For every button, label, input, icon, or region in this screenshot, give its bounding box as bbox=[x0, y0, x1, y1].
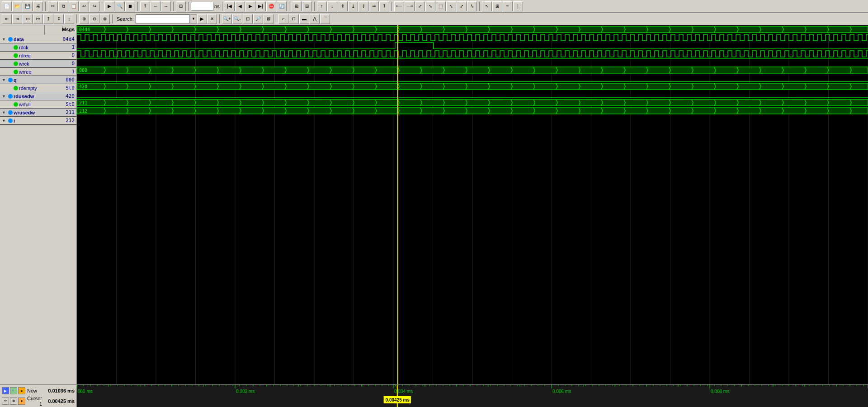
wave-btn1[interactable]: ⤒ bbox=[140, 1, 150, 11]
right-btn5[interactable]: ⬚ bbox=[436, 1, 446, 11]
right-btn2[interactable]: ⟶ bbox=[405, 1, 415, 11]
zoom-in[interactable]: 🔍+ bbox=[222, 14, 232, 24]
zoom-area[interactable]: ⊠ bbox=[264, 14, 274, 24]
zoom-btn1[interactable]: ⊞ bbox=[292, 1, 302, 11]
zoom-out[interactable]: 🔍- bbox=[232, 14, 242, 24]
wave-btn3[interactable]: → bbox=[161, 1, 171, 11]
status-icon-1[interactable]: ▶ bbox=[2, 387, 9, 394]
signal-value-label: 04d4 bbox=[49, 36, 76, 42]
cursor-btn1[interactable]: ↑ bbox=[317, 1, 327, 11]
status-icon-3[interactable]: ● bbox=[18, 387, 25, 394]
indent-btn2[interactable]: ⇥ bbox=[12, 14, 22, 24]
redo-button[interactable]: ↪ bbox=[90, 1, 99, 11]
indent-btn7[interactable]: ↨ bbox=[64, 14, 74, 24]
shape-btn3[interactable]: ▬ bbox=[299, 14, 309, 24]
right-btn4[interactable]: ⤡ bbox=[425, 1, 435, 11]
paste-button[interactable]: 📋 bbox=[69, 1, 79, 11]
open-button[interactable]: 📂 bbox=[12, 1, 22, 11]
nav-btn4[interactable]: ▶| bbox=[256, 1, 266, 11]
expand-icon[interactable]: ▼ bbox=[1, 110, 7, 115]
indent-btn6[interactable]: ↧ bbox=[54, 14, 64, 24]
search-clear[interactable]: ✕ bbox=[207, 14, 217, 24]
cursor-btn3[interactable]: ⇑ bbox=[338, 1, 348, 11]
cut-button[interactable]: ✂ bbox=[48, 1, 58, 11]
time-input[interactable]: 100 bbox=[191, 2, 213, 11]
shape-btn4[interactable]: ⋀ bbox=[310, 14, 320, 24]
search-input[interactable] bbox=[136, 14, 190, 24]
right-btn1[interactable]: ⟵ bbox=[394, 1, 404, 11]
indent-btn1[interactable]: ⇤ bbox=[2, 14, 12, 24]
zoom-btn2[interactable]: ⊟ bbox=[302, 1, 312, 11]
sep-9 bbox=[392, 2, 392, 11]
signal-value-label: 211 bbox=[49, 109, 76, 115]
search-go[interactable]: ▶ bbox=[197, 14, 207, 24]
zoom-fit[interactable]: ⊡ bbox=[243, 14, 253, 24]
time-unit: ns bbox=[214, 4, 220, 9]
status-icon-5[interactable]: ⊗ bbox=[10, 398, 17, 405]
signal-row[interactable]: ▼data04d4 bbox=[0, 35, 76, 43]
zoom-custom[interactable]: 🔎 bbox=[253, 14, 263, 24]
signal-row[interactable]: wrck0 bbox=[0, 60, 76, 68]
new-button[interactable]: 📄 bbox=[2, 1, 12, 11]
indent-btn4[interactable]: ↦ bbox=[33, 14, 43, 24]
right-btn7[interactable]: ⤤ bbox=[457, 1, 467, 11]
nav-btn2[interactable]: ◀ bbox=[235, 1, 245, 11]
cursor-btn4[interactable]: ⤓ bbox=[348, 1, 358, 11]
signal-row[interactable]: wrfullSt0 bbox=[0, 100, 76, 109]
signal-row[interactable]: ▼rdusedw420 bbox=[0, 92, 76, 100]
wave-btn2[interactable]: ← bbox=[151, 1, 160, 11]
nav-btn5[interactable]: ⛔ bbox=[266, 1, 276, 11]
mode-btn4[interactable]: | bbox=[513, 1, 523, 11]
nav-btn6[interactable]: 🔄 bbox=[277, 1, 287, 11]
cursor-btn7[interactable]: ⤒ bbox=[379, 1, 389, 11]
status-left-panel: ▶ 🔧 ● Now 0.01036 ms ✏ ⊗ ● Cursor 1 0.00… bbox=[0, 385, 77, 407]
signal-tools: ⊕ ⊖ ⊗ bbox=[79, 14, 110, 24]
indent-btn5[interactable]: ↥ bbox=[43, 14, 53, 24]
shape-btn2[interactable]: ⊓ bbox=[289, 14, 299, 24]
stop-button[interactable]: ⏹ bbox=[125, 1, 135, 11]
signal-row[interactable]: rdck1 bbox=[0, 43, 76, 52]
sig-btn3[interactable]: ⊗ bbox=[100, 14, 110, 24]
cursor-btn2[interactable]: ↓ bbox=[327, 1, 337, 11]
nav-btn1[interactable]: |◀ bbox=[225, 1, 235, 11]
expand-icon[interactable]: ▼ bbox=[1, 94, 7, 99]
undo-button[interactable]: ↩ bbox=[79, 1, 89, 11]
sig-btn1[interactable]: ⊕ bbox=[79, 14, 89, 24]
cursor-btn6[interactable]: ⇒ bbox=[369, 1, 379, 11]
right-btn6[interactable]: ⤣ bbox=[446, 1, 456, 11]
status-cursor-row: ✏ ⊗ ● Cursor 1 0.00425 ms bbox=[2, 397, 75, 406]
indent-btn3[interactable]: ↤ bbox=[23, 14, 33, 24]
signal-color-dot bbox=[14, 45, 18, 50]
print-button[interactable]: 🖨 bbox=[33, 1, 43, 11]
expand-icon[interactable]: ▼ bbox=[1, 37, 7, 42]
mode-btn2[interactable]: ⊞ bbox=[492, 1, 502, 11]
expand-icon[interactable]: ▼ bbox=[1, 78, 7, 82]
copy-button[interactable]: ⧉ bbox=[58, 1, 68, 11]
mode-btn3[interactable]: ≡ bbox=[503, 1, 513, 11]
status-icon-4[interactable]: ✏ bbox=[2, 398, 9, 405]
right-btn8[interactable]: ⤥ bbox=[467, 1, 477, 11]
search-dropdown[interactable]: ▼ bbox=[190, 14, 197, 24]
signal-row[interactable]: rdemptySt0 bbox=[0, 84, 76, 92]
sig-btn2[interactable]: ⊖ bbox=[90, 14, 99, 24]
snap-button[interactable]: ⊡ bbox=[176, 1, 186, 11]
nav-btn3[interactable]: ▶ bbox=[245, 1, 255, 11]
run-button[interactable]: ▶ bbox=[104, 1, 114, 11]
signal-row[interactable]: rdreq0 bbox=[0, 52, 76, 60]
signal-row[interactable]: ▼q000 bbox=[0, 76, 76, 84]
signal-row[interactable]: ▼wrusedw211 bbox=[0, 109, 76, 117]
status-icon-6[interactable]: ● bbox=[18, 398, 25, 405]
save-button[interactable]: 💾 bbox=[23, 1, 33, 11]
right-btn3[interactable]: ⤢ bbox=[415, 1, 425, 11]
waveform-area[interactable] bbox=[77, 25, 868, 384]
expand-icon[interactable]: ▼ bbox=[1, 118, 7, 123]
cursor-btn5[interactable]: ⇓ bbox=[359, 1, 368, 11]
signal-color-dot bbox=[8, 118, 13, 123]
mode-select[interactable]: ↖ bbox=[482, 1, 492, 11]
signal-row[interactable]: wrreq1 bbox=[0, 68, 76, 76]
find-button[interactable]: 🔍 bbox=[115, 1, 125, 11]
signal-row[interactable]: ▼i212 bbox=[0, 117, 76, 125]
shape-btn5[interactable]: ⌒ bbox=[320, 14, 330, 24]
status-icon-2[interactable]: 🔧 bbox=[10, 387, 17, 394]
shape-btn1[interactable]: ⌐ bbox=[278, 14, 288, 24]
